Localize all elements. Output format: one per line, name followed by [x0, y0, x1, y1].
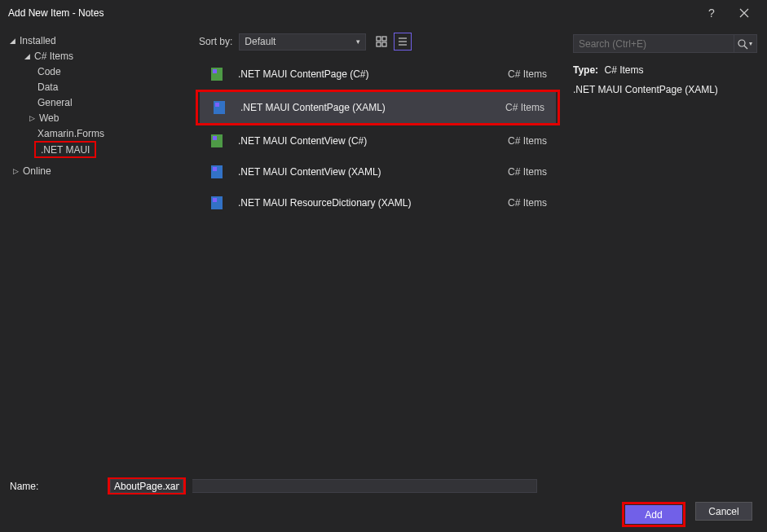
- sort-label: Sort by:: [199, 36, 232, 47]
- name-row: Name:: [0, 475, 767, 497]
- template-row[interactable]: .NET MAUI ResourceDictionary (XAML) C# I…: [197, 187, 558, 218]
- detail-type: Type: C# Items: [573, 64, 757, 76]
- tree-item-online[interactable]: ▷ Online: [5, 163, 190, 178]
- svg-line-18: [744, 46, 747, 49]
- template-list[interactable]: .NET MAUI ContentPage (C#) C# Items .NET…: [196, 59, 563, 468]
- svg-rect-0: [377, 37, 381, 41]
- name-label: Name:: [10, 481, 101, 492]
- tree-item-xamarin-forms[interactable]: Xamarin.Forms: [5, 125, 190, 141]
- search-button[interactable]: ▾: [734, 35, 755, 52]
- tree-item-csharp-items[interactable]: ◢ C# Items: [5, 48, 190, 64]
- add-button[interactable]: Add: [625, 505, 682, 524]
- view-list-button[interactable]: [394, 33, 412, 51]
- tree-item-data[interactable]: Data: [5, 79, 190, 95]
- help-button[interactable]: ?: [695, 0, 728, 26]
- name-input-extension[interactable]: [192, 479, 537, 493]
- chevron-down-icon: ◢: [8, 37, 16, 45]
- bottom-bar: Name: Add Cancel: [0, 475, 767, 532]
- xaml-file-icon: [209, 195, 225, 211]
- xaml-file-icon: [209, 164, 225, 180]
- svg-point-17: [738, 40, 745, 46]
- svg-rect-8: [213, 69, 217, 73]
- title-bar: Add New Item - Notes ?: [0, 0, 767, 26]
- chevron-down-icon: ◢: [23, 52, 31, 60]
- template-row[interactable]: .NET MAUI ContentPage (C#) C# Items: [197, 59, 558, 90]
- sort-dropdown[interactable]: Default ▾: [239, 33, 366, 51]
- chevron-down-icon: ▾: [356, 37, 360, 46]
- window-title: Add New Item - Notes: [8, 7, 104, 19]
- chevron-right-icon: ▷: [11, 167, 20, 175]
- search-input[interactable]: [579, 38, 734, 50]
- template-row[interactable]: .NET MAUI ContentView (XAML) C# Items: [197, 156, 558, 187]
- tree-item-general[interactable]: General: [5, 95, 190, 110]
- svg-rect-12: [213, 136, 217, 140]
- svg-rect-14: [213, 167, 217, 171]
- template-row[interactable]: .NET MAUI ContentPage (XAML) C# Items: [200, 92, 556, 123]
- tree-item-installed[interactable]: ◢ Installed: [5, 33, 190, 48]
- search-box[interactable]: ▾: [573, 34, 757, 53]
- close-button[interactable]: [728, 0, 760, 26]
- name-input[interactable]: [110, 479, 183, 493]
- cancel-button[interactable]: Cancel: [695, 502, 752, 521]
- xaml-file-icon: [211, 99, 227, 116]
- svg-rect-2: [377, 42, 381, 46]
- tree-item-web[interactable]: ▷ Web: [5, 110, 190, 125]
- chevron-down-icon: ▾: [749, 40, 752, 47]
- csharp-file-icon: [209, 66, 225, 82]
- svg-rect-3: [382, 42, 386, 46]
- view-medium-icons-button[interactable]: [372, 33, 390, 51]
- template-row[interactable]: .NET MAUI ContentView (C#) C# Items: [197, 125, 558, 156]
- tree-item-net-maui[interactable]: .NET MAUI: [36, 143, 95, 156]
- svg-rect-10: [215, 103, 219, 107]
- category-tree: ◢ Installed ◢ C# Items Code Data General…: [0, 26, 196, 475]
- tree-item-code[interactable]: Code: [5, 64, 190, 79]
- template-panel: Sort by: Default ▾ .NET MAUI ContentPage…: [196, 26, 563, 475]
- svg-rect-16: [213, 198, 217, 202]
- detail-description: .NET MAUI ContentPage (XAML): [573, 84, 757, 95]
- chevron-right-icon: ▷: [28, 114, 36, 122]
- details-panel: ▾ Type: C# Items .NET MAUI ContentPage (…: [563, 26, 767, 475]
- sort-bar: Sort by: Default ▾: [196, 33, 563, 59]
- csharp-file-icon: [209, 133, 225, 149]
- svg-rect-1: [382, 37, 386, 41]
